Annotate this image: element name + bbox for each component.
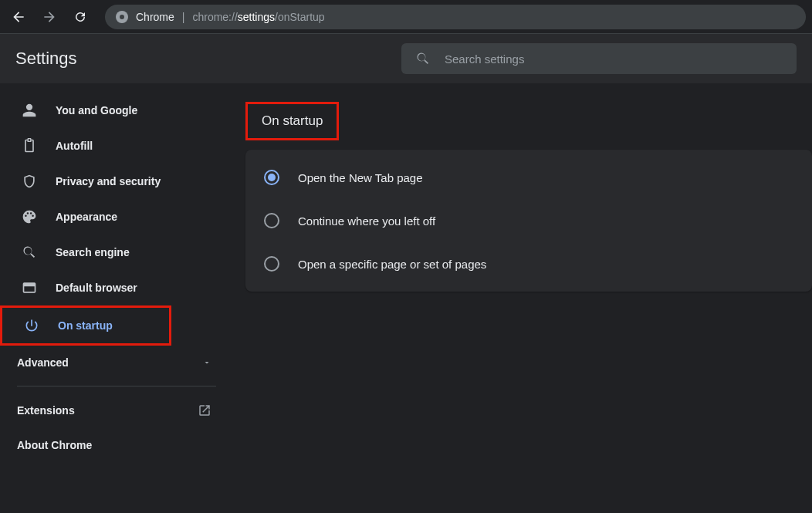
sidebar-advanced-label: Advanced xyxy=(17,356,69,369)
radio-option-new-tab[interactable]: Open the New Tab page xyxy=(245,156,812,199)
settings-header: Settings Search settings xyxy=(0,34,812,83)
sidebar-item-appearance[interactable]: Appearance xyxy=(0,199,233,235)
omnibox-site-label: Chrome xyxy=(136,11,174,23)
sidebar-item-label: Default browser xyxy=(56,282,137,294)
sidebar-about-label: About Chrome xyxy=(17,439,92,451)
radio-icon xyxy=(264,170,279,185)
radio-label: Open a specific page or set of pages xyxy=(298,258,486,271)
radio-option-specific-pages[interactable]: Open a specific page or set of pages xyxy=(245,242,812,285)
sidebar-item-label: Search engine xyxy=(56,246,130,258)
sidebar-item-label: Appearance xyxy=(56,211,117,223)
radio-label: Continue where you left off xyxy=(298,214,435,228)
highlight-sidebar-on-startup: On startup xyxy=(0,305,171,346)
search-icon xyxy=(22,245,37,260)
reload-button[interactable] xyxy=(68,5,93,29)
sidebar-item-search-engine[interactable]: Search engine xyxy=(0,235,233,270)
radio-icon xyxy=(264,256,279,272)
browser-icon xyxy=(22,280,37,295)
search-icon xyxy=(415,51,431,66)
search-input[interactable]: Search settings xyxy=(401,43,797,74)
shield-icon xyxy=(22,174,37,189)
sidebar-item-label: You and Google xyxy=(56,104,137,116)
address-bar[interactable]: Chrome | chrome://settings/onStartup xyxy=(105,5,806,29)
radio-option-continue[interactable]: Continue where you left off xyxy=(245,199,812,242)
omnibox-divider: | xyxy=(182,11,185,23)
radio-icon xyxy=(264,213,279,228)
sidebar-about-chrome[interactable]: About Chrome xyxy=(0,428,233,462)
url-scheme: chrome:// xyxy=(192,11,237,23)
sidebar-item-label: Autofill xyxy=(56,140,93,152)
open-external-icon xyxy=(198,403,211,417)
sidebar-advanced-toggle[interactable]: Advanced xyxy=(0,346,233,380)
sidebar-extensions[interactable]: Extensions xyxy=(0,393,233,428)
omnibox-url: chrome://settings/onStartup xyxy=(192,11,324,23)
sidebar-divider xyxy=(17,386,216,386)
forward-button[interactable] xyxy=(37,5,62,29)
chevron-down-icon xyxy=(202,358,211,367)
settings-sidebar: You and Google Autofill Privacy and secu… xyxy=(0,83,239,513)
palette-icon xyxy=(22,209,37,224)
page-title: Settings xyxy=(15,49,401,69)
sidebar-item-default-browser[interactable]: Default browser xyxy=(0,270,233,305)
chrome-icon xyxy=(116,11,128,23)
settings-main: On startup Open the New Tab page Continu… xyxy=(239,83,812,513)
sidebar-item-privacy[interactable]: Privacy and security xyxy=(0,164,233,199)
sidebar-item-label: Privacy and security xyxy=(56,175,161,187)
sidebar-extensions-label: Extensions xyxy=(17,404,75,417)
back-button[interactable] xyxy=(6,5,31,29)
section-heading: On startup xyxy=(262,113,323,129)
person-icon xyxy=(22,103,37,118)
url-host: settings xyxy=(238,11,275,23)
clipboard-icon xyxy=(22,138,37,154)
browser-toolbar: Chrome | chrome://settings/onStartup xyxy=(0,0,812,34)
url-path: /onStartup xyxy=(275,11,325,23)
sidebar-item-on-startup[interactable]: On startup xyxy=(2,308,169,343)
sidebar-item-label: On startup xyxy=(58,319,113,332)
highlight-heading-on-startup: On startup xyxy=(245,102,339,140)
power-icon xyxy=(24,318,39,333)
sidebar-item-you-and-google[interactable]: You and Google xyxy=(0,93,233,128)
sidebar-item-autofill[interactable]: Autofill xyxy=(0,128,233,164)
search-placeholder: Search settings xyxy=(445,52,524,66)
radio-label: Open the New Tab page xyxy=(298,171,423,184)
on-startup-card: Open the New Tab page Continue where you… xyxy=(245,150,812,292)
